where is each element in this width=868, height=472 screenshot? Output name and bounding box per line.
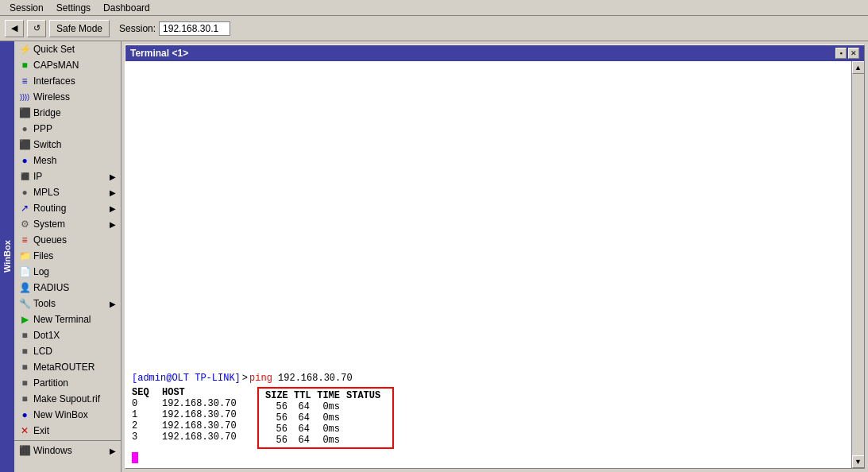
scroll-up-button[interactable]: ▲ bbox=[852, 61, 865, 74]
sidebar-divider bbox=[14, 440, 121, 441]
back-button[interactable]: ◀ bbox=[5, 20, 24, 37]
switch-icon: ⬛ bbox=[19, 139, 30, 150]
mesh-icon: ● bbox=[19, 155, 30, 166]
status-0 bbox=[346, 401, 386, 412]
sidebar-item-dot1x[interactable]: ■ Dot1X bbox=[14, 327, 121, 343]
sidebar-item-switch[interactable]: ⬛ Switch bbox=[14, 137, 121, 153]
session-label: Session: bbox=[119, 23, 156, 34]
sidebar-item-interfaces[interactable]: ≡ Interfaces bbox=[14, 73, 121, 89]
sidebar-item-mpls[interactable]: ● MPLS ▶ bbox=[14, 184, 121, 200]
sidebar-item-label: System bbox=[33, 219, 65, 230]
time-0: 0ms bbox=[316, 401, 340, 412]
host-1: 192.168.30.70 bbox=[162, 409, 241, 420]
terminal-titlebar: Terminal <1> ▪ ✕ bbox=[125, 45, 864, 61]
main-layout: WinBox ⚡ Quick Set ■ CAPsMAN ≡ Interface… bbox=[0, 41, 868, 472]
mpls-icon: ● bbox=[19, 187, 30, 198]
sidebar-item-ppp[interactable]: ● PPP bbox=[14, 121, 121, 137]
sidebar: ⚡ Quick Set ■ CAPsMAN ≡ Interfaces )))) … bbox=[14, 41, 122, 472]
mpls-arrow: ▶ bbox=[110, 188, 116, 197]
sidebar-item-label: Make Supout.rif bbox=[33, 393, 100, 404]
sidebar-item-exit[interactable]: ✕ Exit bbox=[14, 423, 121, 439]
scroll-down-button[interactable]: ▼ bbox=[852, 455, 865, 468]
windows-arrow: ▶ bbox=[110, 447, 116, 455]
menu-bar: Session Settings Dashboard bbox=[0, 0, 868, 16]
sidebar-item-tools[interactable]: 🔧 Tools ▶ bbox=[14, 296, 121, 311]
sidebar-item-label: Log bbox=[33, 266, 49, 277]
ttl-2: 64 bbox=[294, 424, 310, 435]
sidebar-item-label: New WinBox bbox=[33, 409, 88, 420]
restore-icon: ▪ bbox=[839, 49, 842, 57]
sidebar-item-log[interactable]: 📄 Log bbox=[14, 264, 121, 280]
sidebar-item-quick-set[interactable]: ⚡ Quick Set bbox=[14, 41, 121, 57]
sidebar-item-metarouter[interactable]: ■ MetaROUTER bbox=[14, 359, 121, 375]
sidebar-item-queues[interactable]: ≡ Queues bbox=[14, 232, 121, 248]
ttl-header: TTL bbox=[294, 390, 310, 401]
prompt-arrow: > bbox=[242, 373, 248, 384]
sidebar-item-mesh[interactable]: ● Mesh bbox=[14, 153, 121, 168]
sidebar-item-bridge[interactable]: ⬛ Bridge bbox=[14, 105, 121, 121]
sidebar-item-new-terminal[interactable]: ▶ New Terminal bbox=[14, 311, 121, 327]
sidebar-item-capsman[interactable]: ■ CAPsMAN bbox=[14, 57, 121, 73]
scroll-track bbox=[852, 74, 864, 455]
sidebar-item-partition[interactable]: ■ Partition bbox=[14, 375, 121, 391]
wireless-icon: )))) bbox=[19, 91, 30, 103]
sidebar-item-make-supout[interactable]: ■ Make Supout.rif bbox=[14, 391, 121, 407]
host-3: 192.168.30.70 bbox=[162, 431, 241, 443]
seq-3: 3 bbox=[132, 431, 156, 443]
interfaces-icon: ≡ bbox=[19, 75, 30, 87]
status-1 bbox=[346, 412, 386, 424]
status-3 bbox=[346, 435, 386, 446]
metarouter-icon: ■ bbox=[19, 362, 30, 373]
sidebar-item-radius[interactable]: 👤 RADIUS bbox=[14, 280, 121, 296]
prompt-line: [admin@OLT TP-LINK] > ping 192.168.30.70 bbox=[132, 373, 845, 384]
terminal-content[interactable]: [admin@OLT TP-LINK] > ping 192.168.30.70 bbox=[125, 61, 851, 468]
table-row: 56 64 0ms bbox=[265, 412, 386, 424]
table-row: 1 192.168.30.70 bbox=[132, 409, 241, 420]
ip-icon: ⬛ bbox=[19, 171, 30, 182]
terminal-empty-space bbox=[132, 66, 845, 369]
size-1: 56 bbox=[265, 412, 287, 424]
size-2: 56 bbox=[265, 424, 287, 435]
host-header: HOST bbox=[162, 387, 241, 398]
sidebar-item-label: Interfaces bbox=[33, 75, 75, 87]
sidebar-item-label: MPLS bbox=[33, 187, 60, 198]
sidebar-item-files[interactable]: 📁 Files bbox=[14, 248, 121, 264]
size-header: SIZE bbox=[265, 390, 287, 401]
ping-address-value: 192.168.30.70 bbox=[278, 373, 353, 384]
dot1x-icon: ■ bbox=[19, 330, 30, 341]
sidebar-item-new-winbox[interactable]: ● New WinBox bbox=[14, 407, 121, 423]
sidebar-item-label: Queues bbox=[33, 234, 67, 246]
host-2: 192.168.30.70 bbox=[162, 420, 241, 431]
files-icon: 📁 bbox=[19, 250, 30, 261]
sidebar-item-windows[interactable]: ⬛ Windows ▶ bbox=[14, 443, 121, 458]
sidebar-item-lcd[interactable]: ■ LCD bbox=[14, 343, 121, 359]
sidebar-item-system[interactable]: ⚙ System ▶ bbox=[14, 216, 121, 232]
ping-address bbox=[272, 373, 278, 384]
sidebar-item-wireless[interactable]: )))) Wireless bbox=[14, 89, 121, 105]
close-button[interactable]: ✕ bbox=[848, 48, 859, 59]
restore-button[interactable]: ▪ bbox=[835, 48, 847, 59]
sidebar-item-routing[interactable]: ↗ Routing ▶ bbox=[14, 200, 121, 216]
table-row: 56 64 0ms bbox=[265, 435, 386, 446]
session-value: 192.168.30.1 bbox=[159, 21, 230, 36]
menu-session[interactable]: Session bbox=[3, 1, 50, 15]
sidebar-item-ip[interactable]: ⬛ IP ▶ bbox=[14, 168, 121, 184]
new-terminal-icon: ▶ bbox=[19, 314, 30, 325]
terminal-body-wrapper: [admin@OLT TP-LINK] > ping 192.168.30.70 bbox=[125, 61, 864, 468]
ttl-0: 64 bbox=[294, 401, 310, 412]
table-row: 56 64 0ms bbox=[265, 401, 386, 412]
tools-icon: 🔧 bbox=[19, 298, 30, 309]
ping-output: SEQ HOST 0 192.168.30.70 1 192.168.30.70 bbox=[132, 387, 845, 449]
ping-left-header: SEQ HOST bbox=[132, 387, 241, 398]
refresh-icon: ↺ bbox=[33, 23, 41, 33]
titlebar-buttons: ▪ ✕ bbox=[835, 48, 859, 59]
close-icon: ✕ bbox=[851, 49, 857, 57]
safe-mode-button[interactable]: Safe Mode bbox=[49, 20, 110, 37]
log-icon: 📄 bbox=[19, 266, 30, 277]
menu-settings[interactable]: Settings bbox=[50, 1, 97, 15]
refresh-button[interactable]: ↺ bbox=[27, 20, 46, 37]
menu-dashboard[interactable]: Dashboard bbox=[97, 1, 156, 15]
system-arrow: ▶ bbox=[110, 220, 116, 229]
host-0: 192.168.30.70 bbox=[162, 398, 241, 409]
ping-right-header: SIZE TTL TIME STATUS bbox=[265, 390, 386, 401]
